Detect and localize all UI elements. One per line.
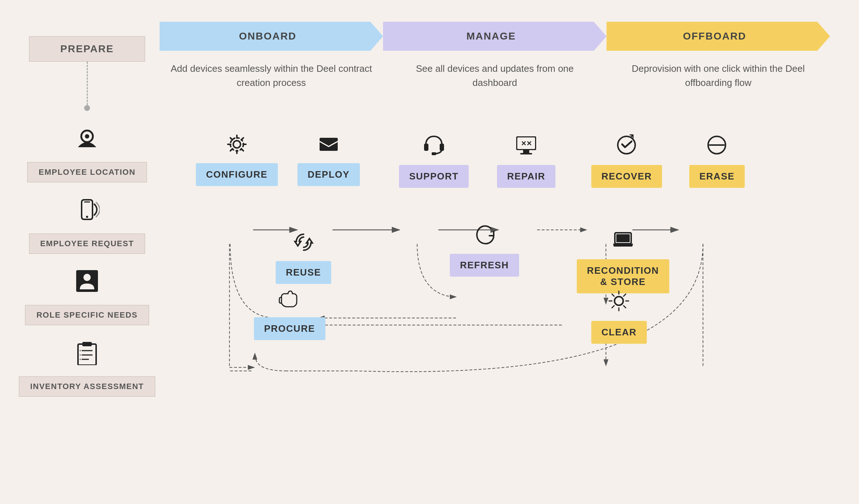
repair-node: ✕✕ REPAIR [497, 133, 555, 188]
right-content: ONBOARD Add devices seamlessly within th… [160, 22, 830, 482]
hand-icon [278, 286, 301, 314]
refresh-icon [473, 224, 495, 250]
reuse-icon [293, 231, 315, 257]
offboard-section: OFFBOARD Deprovision with one click with… [607, 22, 830, 101]
headset-icon [422, 133, 446, 161]
svg-line-47 [624, 306, 626, 308]
svg-rect-33 [523, 150, 529, 153]
svg-rect-6 [82, 342, 92, 346]
svg-line-46 [612, 294, 614, 296]
dot-circle [84, 105, 90, 111]
employee-request-label: EMPLOYEE REQUEST [29, 234, 145, 254]
sidebar-item-employee-request: EMPLOYEE REQUEST [29, 197, 145, 254]
clipboard-icon [74, 340, 100, 371]
configure-label: CONFIGURE [196, 163, 278, 186]
deploy-label: DEPLOY [297, 163, 360, 186]
reuse-label: REUSE [276, 261, 331, 284]
configure-node: CONFIGURE [196, 133, 278, 186]
onboard-header: ONBOARD [160, 22, 383, 51]
repair-label: REPAIR [497, 165, 555, 188]
svg-text:✕✕: ✕✕ [521, 140, 532, 147]
erase-icon [705, 133, 729, 161]
refresh-label: REFRESH [450, 254, 519, 277]
left-sidebar: PREPARE EMPLOYEE LOCATION [29, 22, 145, 482]
sidebar-item-inventory: INVENTORY ASSESSMENT [19, 340, 155, 397]
reuse-node: REUSE [276, 231, 331, 284]
svg-rect-40 [616, 234, 630, 242]
deploy-icon [318, 133, 340, 160]
gear-icon [226, 133, 248, 160]
inventory-label: INVENTORY ASSESSMENT [19, 376, 155, 397]
procure-node: PROCURE [254, 286, 325, 340]
manage-section: MANAGE See all devices and updates from … [383, 22, 607, 101]
prepare-label: PREPARE [29, 36, 145, 62]
role-specific-label: ROLE SPECIFIC NEEDS [25, 305, 149, 325]
svg-rect-30 [432, 152, 436, 155]
monitor-icon: ✕✕ [514, 133, 538, 161]
location-icon [74, 125, 100, 156]
svg-point-41 [615, 297, 623, 305]
dashed-line-v1 [87, 62, 88, 105]
recondition-label: RECONDITION& STORE [577, 259, 669, 293]
laptop-icon [611, 228, 635, 256]
procure-label: PROCURE [254, 317, 325, 340]
phase-headers-row: ONBOARD Add devices seamlessly within th… [160, 22, 830, 101]
sun-icon [607, 289, 631, 317]
svg-point-2 [86, 216, 88, 218]
recondition-node: RECONDITION& STORE [577, 228, 669, 293]
support-node: SUPPORT [399, 133, 469, 188]
erase-label: ERASE [689, 165, 745, 188]
svg-rect-34 [520, 153, 532, 154]
svg-point-23 [233, 141, 241, 148]
phone-icon [74, 197, 100, 228]
svg-rect-28 [424, 144, 428, 151]
main-container: PREPARE EMPLOYEE LOCATION [0, 0, 859, 504]
sidebar-item-role-specific: ROLE SPECIFIC NEEDS [25, 268, 149, 325]
svg-rect-25 [320, 138, 338, 151]
flow-diagram: CONFIGURE DEPLOY [160, 104, 830, 482]
onboard-section: ONBOARD Add devices seamlessly within th… [160, 22, 383, 101]
svg-point-4 [83, 274, 91, 281]
svg-line-48 [624, 294, 626, 296]
sidebar-item-employee-location: EMPLOYEE LOCATION [27, 125, 147, 182]
offboard-header: OFFBOARD [607, 22, 830, 51]
recover-node: RECOVER [591, 133, 662, 188]
svg-point-1 [85, 134, 89, 139]
svg-line-49 [612, 306, 614, 308]
person-icon [74, 268, 100, 299]
support-label: SUPPORT [399, 165, 469, 188]
recover-label: RECOVER [591, 165, 662, 188]
deploy-node: DEPLOY [297, 133, 360, 186]
employee-location-label: EMPLOYEE LOCATION [27, 162, 147, 182]
recover-icon [615, 133, 638, 161]
clear-node: CLEAR [591, 289, 647, 344]
manage-header: MANAGE [383, 22, 607, 51]
clear-label: CLEAR [591, 321, 647, 344]
refresh-node: REFRESH [450, 224, 519, 277]
erase-node: ERASE [689, 133, 745, 188]
